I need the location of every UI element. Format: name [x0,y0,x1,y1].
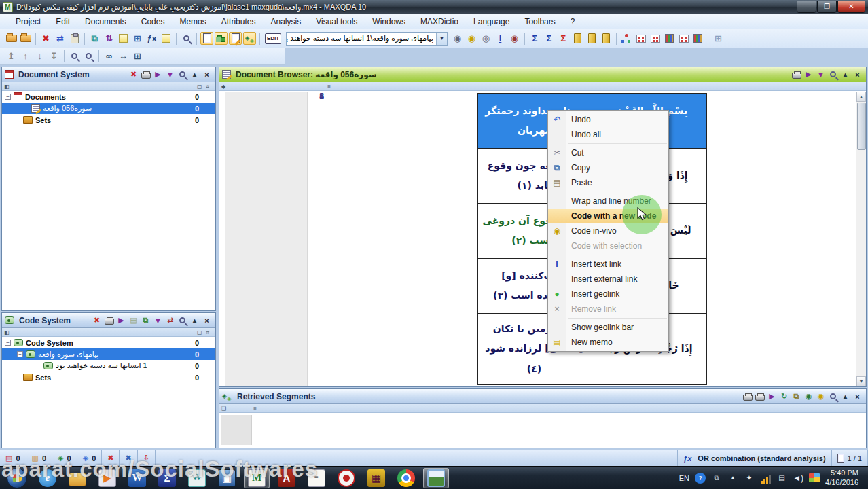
search-icon[interactable] [827,69,839,80]
status-tool[interactable]: ✖ [120,450,137,466]
toggle-count-icon[interactable]: # [206,84,209,90]
activate-doc-icon[interactable] [571,32,584,45]
document-portrait-icon[interactable] [691,32,704,45]
links-icon[interactable]: ⇅ [103,32,115,45]
expand-toggle[interactable]: − [5,94,11,100]
document-tree-row[interactable]: Sets 0 [2,114,215,126]
scroll-down-icon[interactable]: ▼ [856,376,866,386]
teamwork-export-icon[interactable]: ✖ [39,32,52,45]
logbook-icon[interactable] [160,32,173,45]
menu-item[interactable]: Attributes [214,15,264,29]
previous-icon[interactable]: ↑ [19,50,32,62]
restore-button[interactable]: ❐ [817,1,837,13]
memo-manager-icon[interactable] [117,32,130,45]
menu-item[interactable]: Undo all [548,127,668,142]
code-tree-row[interactable]: − پيامهاى سوره واقعه 0 [2,348,215,360]
toggle-document-browser-icon[interactable] [229,32,242,45]
taskbar-app-button[interactable]: ▦ [363,468,389,488]
activate-all-icon[interactable] [585,32,598,45]
close-button[interactable]: ✕ [837,1,865,13]
code-tree-row[interactable]: − Code System 0 [2,337,215,348]
search-icon[interactable] [180,32,193,45]
export-icon[interactable]: ▶ [803,69,814,80]
menu-item[interactable]: Windows [365,15,413,29]
menu-item[interactable]: Codes [134,15,173,29]
close-panel-icon[interactable]: × [852,69,863,80]
print-icon[interactable] [140,69,151,80]
document-tree-row[interactable]: سوره056 واقعه 0 [2,103,215,114]
expand-toggle[interactable]: − [5,340,11,346]
toggle-origin-icon[interactable]: ▢ [197,84,202,90]
export-icon[interactable]: ▶ [115,315,127,326]
document-content[interactable]: 123456 به نام خداوند رحمتگر مهربان بِسْم… [219,92,856,386]
menu-item[interactable]: Insert external link [548,272,668,287]
network-signal-icon[interactable] [760,473,771,484]
menu-item[interactable]: I Insert text link [548,257,668,272]
filter-icon[interactable]: ▼ [152,315,164,326]
goto-last-icon[interactable]: ↧ [48,50,60,62]
export2-icon[interactable]: ⧉ [791,391,802,402]
code-matrix-browser-icon[interactable] [634,32,647,45]
print-options-icon[interactable] [754,391,765,402]
taskbar-app-button[interactable]: W [124,468,150,488]
status-tool[interactable]: ⇩ [138,450,156,466]
search-icon[interactable] [177,69,188,80]
code-stripe-icon[interactable]: ◆ [221,84,225,90]
vertical-scrollbar[interactable]: ▲ ▼ [856,92,866,386]
code-tree-row[interactable]: 1 انسانها سه دسته خواهند بود 0 [2,360,215,372]
code-icon[interactable]: ◉ [451,32,464,45]
search-icon[interactable] [827,391,839,402]
overview-table-icon[interactable]: ⊞ [131,32,144,45]
menu-item[interactable]: Documents [77,15,134,29]
collapse-panel-icon[interactable]: ▴ [189,315,200,326]
document-tree-row[interactable]: − Documents 0 [2,91,215,103]
clipboard-icon[interactable] [68,32,81,45]
next-icon[interactable]: ↓ [33,50,46,62]
clock[interactable]: 5:49 PM 4/16/2016 [825,469,863,486]
toggle-origin-icon[interactable]: ▢ [197,329,202,336]
sum-icon[interactable]: Σ [528,32,541,45]
coding-stripe-area[interactable] [225,92,308,386]
merge-projects-icon[interactable]: ⇄ [54,32,67,45]
export-icon[interactable]: ▶ [766,391,778,402]
toggle-code-system-icon[interactable] [215,32,228,45]
status-tool[interactable]: ✖ [102,450,120,466]
menu-item[interactable]: Visual tools [308,15,365,29]
clipboard-icon[interactable]: ▤ [776,473,787,484]
retrieval-mode[interactable]: ƒx OR combination (standard analysis) [677,450,832,466]
remove-code-icon[interactable]: ◉ [508,32,521,45]
menu-item[interactable]: ✂ Cut [548,145,668,160]
fit-width-icon[interactable]: ↔ [117,50,130,62]
collapse-panel-icon[interactable]: ▴ [189,69,200,80]
menu-item[interactable]: × Remove link [548,302,668,316]
menu-item[interactable]: Toolbars [517,15,562,29]
code-favorite-icon[interactable]: ◎ [480,32,492,45]
strip-icon[interactable]: ◧ [4,329,10,336]
menu-item[interactable]: Code with selection [548,238,668,253]
code-tree-row[interactable]: Sets 0 [2,372,215,383]
code-combobox[interactable]: پيامهاى سوره واقعه\1 انسانها سه دسته خوا… [286,32,448,46]
taskbar-app-button[interactable]: A [274,468,300,488]
sum-stop-icon[interactable]: Σ [557,32,570,45]
fit-page-icon[interactable]: ⊞ [131,50,144,62]
source-icon[interactable]: ❑ [221,405,226,412]
menu-item[interactable]: ⧉ Copy [548,160,668,175]
code-icon[interactable]: ◉ [803,391,814,402]
minimize-button[interactable]: — [797,1,816,13]
move-icon[interactable]: ⇄ [164,315,176,326]
code-invivo-icon[interactable]: ◉ [465,32,478,45]
action-center-icon[interactable] [809,473,820,482]
menu-item[interactable]: ? [563,15,583,29]
scroll-up-icon[interactable]: ▲ [856,92,866,102]
list-icon[interactable]: ≡ [327,84,331,90]
toggle-count-icon[interactable]: # [206,329,209,336]
search-icon[interactable] [177,315,188,326]
taskbar-app-button[interactable]: e [35,468,60,488]
toggle-retrieved-segments-icon[interactable] [243,32,256,45]
close-all-icon[interactable]: ✖ [91,315,103,326]
fit-100-icon[interactable]: ∞ [103,50,115,62]
expand-toggle[interactable]: − [17,351,23,357]
taskbar-app-button[interactable] [333,468,359,488]
goto-first-icon[interactable]: ↥ [5,50,18,62]
menu-item[interactable]: MAXDictio [413,15,466,29]
